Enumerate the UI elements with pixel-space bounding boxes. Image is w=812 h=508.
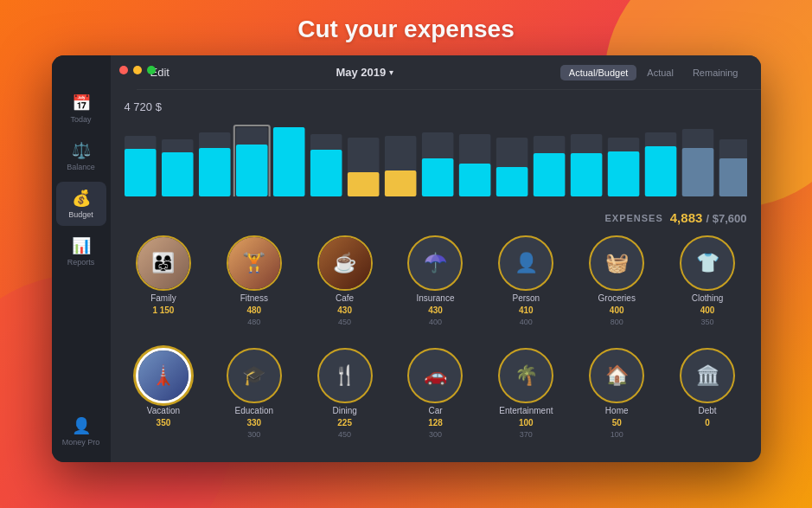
category-budget-cafe: 450: [338, 318, 351, 326]
category-item-home[interactable]: 🏠 Home 50 100: [574, 348, 660, 455]
top-bar: Edit May 2019 ▾ Actual/Budget Actual Rem…: [137, 55, 761, 90]
category-name-groceries: Groceries: [598, 293, 636, 303]
category-circle-car: 🚗: [407, 348, 463, 403]
category-circle-debt: 🏛️: [680, 348, 735, 403]
app-window: 📅 Today ⚖️ Balance 💰 Budget 📊 Reports 👤 …: [52, 55, 761, 462]
category-circle-entertainment: 🌴: [498, 348, 553, 403]
view-tabs: Actual/Budget Actual Remaining: [560, 65, 747, 80]
category-actual-person: 410: [519, 305, 534, 315]
category-item-entertainment[interactable]: 🌴 Entertainment 100 370: [483, 348, 569, 455]
page-title: Cut your expenses: [297, 16, 515, 43]
category-item-fitness[interactable]: 🏋️ Fitness 480 480: [211, 235, 297, 343]
svg-rect-32: [681, 148, 713, 196]
svg-rect-7: [235, 145, 267, 196]
category-actual-insurance: 430: [428, 305, 443, 315]
svg-rect-28: [607, 151, 639, 196]
category-circle-fitness: 🏋️: [227, 235, 282, 291]
svg-rect-20: [458, 164, 490, 196]
close-button[interactable]: [119, 66, 128, 74]
category-name-fitness: Fitness: [240, 293, 268, 303]
today-icon: 📅: [72, 93, 91, 113]
category-item-dining[interactable]: 🍴 Dining 225 450: [302, 348, 387, 455]
category-circle-family: 👨‍👩‍👧: [136, 235, 191, 291]
sidebar-item-balance[interactable]: ⚖️ Balance: [56, 134, 106, 178]
category-name-debt: Debt: [699, 406, 717, 415]
category-circle-clothing: 👕: [680, 235, 735, 291]
category-actual-clothing: 400: [700, 305, 715, 315]
category-circle-education: 🎓: [227, 348, 282, 403]
category-actual-family: 1 150: [152, 305, 174, 315]
category-item-insurance[interactable]: ☂️ Insurance 430 400: [393, 235, 478, 343]
tab-remaining[interactable]: Remaining: [684, 65, 747, 80]
traffic-lights: [119, 66, 156, 74]
category-actual-education: 330: [246, 418, 261, 428]
sidebar-label-moneypro: Money Pro: [62, 438, 100, 447]
category-circle-dining: 🍴: [317, 348, 373, 403]
category-item-cafe[interactable]: ☕ Cafe 430 450: [302, 235, 387, 343]
sidebar-item-reports[interactable]: 📊 Reports: [56, 229, 106, 273]
bar-chart: [125, 120, 747, 196]
category-item-debt[interactable]: 🏛️ Debt 0: [665, 348, 751, 455]
category-name-education: Education: [235, 406, 273, 415]
category-item-family[interactable]: 👨‍👩‍👧 Family 1 150: [121, 235, 207, 343]
sidebar-label-reports: Reports: [67, 258, 95, 267]
maximize-button[interactable]: [147, 66, 156, 74]
expenses-row: EXPENSES 4,883 / $7,600: [111, 207, 761, 232]
category-item-education[interactable]: 🎓 Education 330 300: [211, 348, 297, 455]
category-budget-education: 300: [247, 430, 260, 439]
category-budget-groceries: 800: [611, 318, 623, 326]
sidebar-label-budget: Budget: [68, 210, 93, 219]
category-budget-dining: 450: [338, 430, 351, 439]
category-actual-home: 50: [612, 418, 622, 428]
minimize-button[interactable]: [133, 66, 142, 74]
sidebar-item-moneypro[interactable]: 👤 Money Pro: [56, 409, 106, 453]
category-circle-vacation: 🗼: [136, 348, 191, 403]
category-name-clothing: Clothing: [692, 293, 724, 303]
category-actual-debt: 0: [705, 418, 710, 428]
category-actual-fitness: 480: [246, 305, 261, 315]
category-actual-entertainment: 100: [519, 418, 534, 428]
category-circle-person: 👤: [498, 235, 553, 291]
svg-rect-14: [347, 172, 379, 196]
svg-rect-10: [272, 127, 304, 196]
category-name-person: Person: [513, 293, 540, 303]
tab-actual-budget[interactable]: Actual/Budget: [560, 65, 637, 80]
category-item-vacation[interactable]: 🗼 Vacation 350: [121, 348, 207, 455]
category-budget-entertainment: 370: [520, 430, 533, 439]
sidebar: 📅 Today ⚖️ Balance 💰 Budget 📊 Reports 👤 …: [52, 55, 111, 462]
category-item-car[interactable]: 🚗 Car 128 300: [393, 348, 478, 455]
category-item-groceries[interactable]: 🧺 Groceries 400 800: [574, 235, 660, 343]
tab-actual[interactable]: Actual: [638, 65, 682, 80]
sidebar-item-today[interactable]: 📅 Today: [56, 87, 106, 131]
svg-rect-3: [161, 152, 193, 196]
category-budget-person: 400: [520, 318, 533, 326]
category-circle-insurance: ☂️: [407, 235, 463, 291]
category-grid: 👨‍👩‍👧 Family 1 150 🏋️ Fitness 480 480 ☕ …: [111, 232, 761, 462]
category-actual-car: 128: [428, 418, 443, 428]
svg-rect-16: [384, 170, 416, 196]
svg-rect-30: [644, 146, 676, 196]
reports-icon: 📊: [72, 236, 91, 255]
expenses-actual: 4,883 / $7,600: [670, 210, 747, 225]
category-name-car: Car: [428, 406, 442, 415]
month-text: May 2019: [336, 66, 386, 79]
main-content: Edit May 2019 ▾ Actual/Budget Actual Rem…: [111, 55, 761, 462]
category-budget-insurance: 400: [429, 318, 442, 326]
expenses-actual-value: 4,883: [670, 210, 703, 225]
category-name-home: Home: [605, 406, 629, 415]
category-item-person[interactable]: 👤 Person 410 400: [483, 235, 569, 343]
sidebar-label-balance: Balance: [67, 163, 95, 171]
budget-icon: 💰: [72, 189, 91, 208]
category-name-entertainment: Entertainment: [499, 406, 553, 415]
sidebar-label-today: Today: [70, 115, 91, 124]
category-name-insurance: Insurance: [417, 293, 455, 303]
svg-rect-34: [719, 158, 746, 196]
sidebar-item-budget[interactable]: 💰 Budget: [56, 182, 106, 226]
category-circle-home: 🏠: [589, 348, 644, 403]
expenses-budget: / $7,600: [707, 212, 747, 225]
month-selector[interactable]: May 2019 ▾: [336, 66, 393, 79]
category-budget-car: 300: [429, 430, 442, 439]
svg-rect-24: [533, 153, 565, 196]
svg-rect-22: [496, 167, 527, 196]
category-item-clothing[interactable]: 👕 Clothing 400 350: [665, 235, 751, 343]
